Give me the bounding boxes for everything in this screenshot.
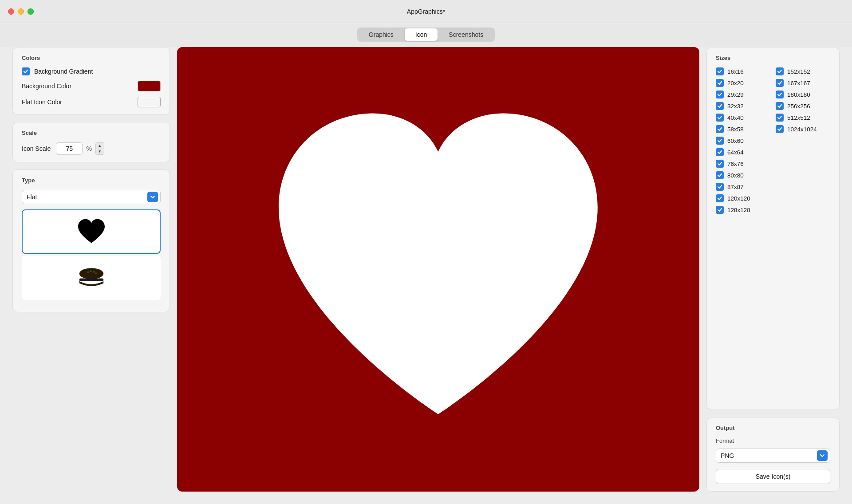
flat-icon-color-row: Flat Icon Color <box>22 97 161 107</box>
size-row-58: 58x58 <box>716 125 770 133</box>
type-section: Type Flat Rounded Square Custom <box>12 169 170 312</box>
sizes-col2: 152x152 167x167 180x180 <box>776 67 830 214</box>
type-dropdown-container: Flat Rounded Square Custom <box>22 190 161 204</box>
preview-area <box>177 47 699 492</box>
svg-point-3 <box>93 271 95 273</box>
size-label-167: 167x167 <box>787 80 810 87</box>
background-gradient-label: Background Gradient <box>34 68 161 75</box>
type-dropdown[interactable]: Flat Rounded Square Custom <box>22 190 161 204</box>
size-checkbox-16[interactable] <box>716 67 724 75</box>
size-checkbox-120[interactable] <box>716 194 724 202</box>
size-checkbox-76[interactable] <box>716 160 724 168</box>
titlebar: AppGraphics* <box>0 0 852 23</box>
size-checkbox-180[interactable] <box>776 91 784 98</box>
size-label-58: 58x58 <box>727 126 744 133</box>
output-section: Output Format PNG ICNS ICO Save Ico <box>706 417 840 492</box>
icon-grid-wrapper <box>22 209 161 305</box>
icon-scale-label: Icon Scale <box>22 145 51 152</box>
size-row-512: 512x512 <box>776 114 830 122</box>
size-label-20: 20x20 <box>727 80 744 87</box>
size-checkbox-152[interactable] <box>776 67 784 75</box>
minimize-button[interactable] <box>18 8 24 15</box>
sizes-grid: 16x16 20x20 29x29 <box>716 67 830 214</box>
size-label-256: 256x256 <box>787 103 810 110</box>
icon-item-burger[interactable] <box>22 256 161 300</box>
size-checkbox-64[interactable] <box>716 148 724 156</box>
size-row-120: 120x120 <box>716 194 770 202</box>
icon-grid <box>22 209 161 300</box>
size-label-16: 16x16 <box>727 68 744 75</box>
scale-unit: % <box>86 145 91 152</box>
traffic-lights <box>8 8 34 15</box>
icon-item-heart[interactable] <box>22 209 161 254</box>
background-color-row: Background Color <box>22 81 161 91</box>
size-checkbox-128[interactable] <box>716 206 724 214</box>
right-panel: Sizes 16x16 20x20 <box>706 47 840 492</box>
output-title: Output <box>716 425 830 431</box>
stepper-up[interactable]: ▲ <box>96 143 104 149</box>
size-checkbox-40[interactable] <box>716 114 724 122</box>
colors-title: Colors <box>22 55 161 61</box>
size-row-180: 180x180 <box>776 91 830 98</box>
svg-point-4 <box>95 272 97 274</box>
maximize-button[interactable] <box>28 8 34 15</box>
size-row-76: 76x76 <box>716 160 770 168</box>
size-row-64: 64x64 <box>716 148 770 156</box>
size-row-152: 152x152 <box>776 67 830 75</box>
size-row-29: 29x29 <box>716 91 770 98</box>
tab-screenshots[interactable]: Screenshots <box>438 28 494 41</box>
size-checkbox-32[interactable] <box>716 102 724 110</box>
close-button[interactable] <box>8 8 14 15</box>
size-row-60: 60x60 <box>716 137 770 145</box>
colors-section: Colors Background Gradient Background Co… <box>12 47 170 115</box>
flat-icon-color-swatch[interactable] <box>138 97 161 107</box>
tab-group: Graphics Icon Screenshots <box>357 28 495 42</box>
scale-title: Scale <box>22 130 161 136</box>
svg-point-1 <box>87 272 89 273</box>
size-checkbox-80[interactable] <box>716 171 724 179</box>
size-checkbox-29[interactable] <box>716 91 724 98</box>
size-checkbox-1024[interactable] <box>776 125 784 133</box>
size-row-256: 256x256 <box>776 102 830 110</box>
size-label-76: 76x76 <box>727 161 744 167</box>
size-checkbox-20[interactable] <box>716 79 724 87</box>
size-label-512: 512x512 <box>787 114 810 121</box>
format-dropdown[interactable]: PNG ICNS ICO <box>716 449 830 463</box>
background-color-swatch[interactable] <box>138 81 161 91</box>
scale-stepper[interactable]: ▲ ▼ <box>95 142 104 155</box>
size-label-60: 60x60 <box>727 138 744 144</box>
size-row-1024: 1024x1024 <box>776 125 830 133</box>
size-checkbox-512[interactable] <box>776 114 784 122</box>
size-checkbox-60[interactable] <box>716 137 724 145</box>
size-checkbox-58[interactable] <box>716 125 724 133</box>
icon-scale-input[interactable] <box>56 142 83 155</box>
size-label-1024: 1024x1024 <box>787 126 817 133</box>
preview-heart-icon <box>242 102 634 436</box>
svg-rect-5 <box>79 279 103 281</box>
size-row-20: 20x20 <box>716 79 770 87</box>
size-checkbox-256[interactable] <box>776 102 784 110</box>
size-label-64: 64x64 <box>727 149 744 156</box>
size-label-87: 87x87 <box>727 184 744 190</box>
size-label-128: 128x128 <box>727 207 750 213</box>
size-checkbox-167[interactable] <box>776 79 784 87</box>
size-row-80: 80x80 <box>716 171 770 179</box>
size-row-87: 87x87 <box>716 183 770 191</box>
tab-icon[interactable]: Icon <box>405 28 438 41</box>
background-color-label: Background Color <box>22 83 133 90</box>
type-title: Type <box>22 177 161 184</box>
sizes-title: Sizes <box>716 55 830 61</box>
size-label-120: 120x120 <box>727 195 750 202</box>
background-gradient-checkbox[interactable] <box>22 67 30 75</box>
size-row-32: 32x32 <box>716 102 770 110</box>
size-row-40: 40x40 <box>716 114 770 122</box>
background-gradient-row: Background Gradient <box>22 67 161 75</box>
left-panel: Colors Background Gradient Background Co… <box>12 47 170 492</box>
stepper-down[interactable]: ▼ <box>96 149 104 155</box>
format-label: Format <box>716 437 830 444</box>
size-label-152: 152x152 <box>787 68 810 75</box>
size-checkbox-87[interactable] <box>716 183 724 191</box>
tab-graphics[interactable]: Graphics <box>358 28 404 41</box>
tabbar: Graphics Icon Screenshots <box>0 23 852 47</box>
save-icons-button[interactable]: Save Icon(s) <box>716 469 830 484</box>
